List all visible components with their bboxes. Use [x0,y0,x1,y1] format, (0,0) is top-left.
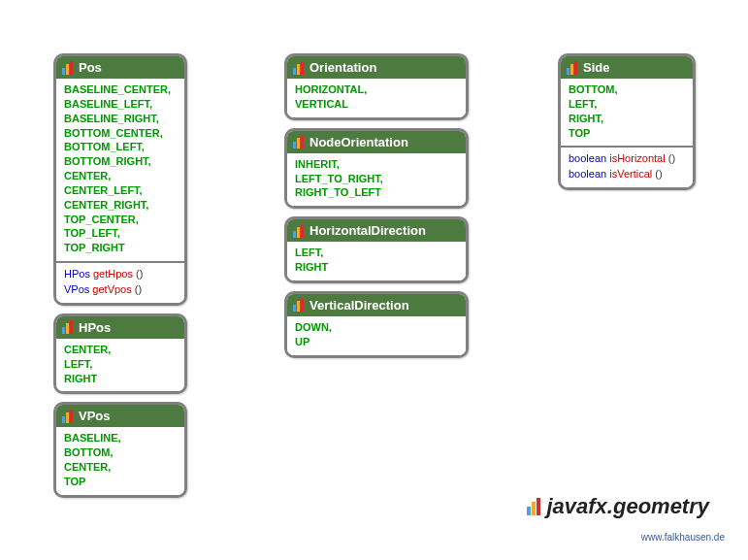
bars-icon [293,61,304,75]
method-parens: () [132,283,142,295]
enum-values: INHERIT,LEFT_TO_RIGHT,RIGHT_TO_LEFT [287,153,466,207]
enum-value: CENTER_RIGHT, [64,198,177,213]
enum-value: LEFT, [64,357,177,372]
enum-value: LEFT_TO_RIGHT, [295,172,458,186]
class-box: OrientationHORIZONTAL,VERTICAL [284,53,469,120]
enum-value: BASELINE_RIGHT, [64,112,177,126]
enum-values: BOTTOM,LEFT,RIGHT,TOP [561,79,693,146]
enum-value: BASELINE_LEFT, [64,97,177,112]
enum-value: BOTTOM, [569,82,685,97]
class-name: HorizontalDirection [309,223,426,238]
enum-value: RIGHT [64,372,177,386]
column-3: SideBOTTOM,LEFT,RIGHT,TOPboolean isHoriz… [558,53,696,190]
class-box: HorizontalDirectionLEFT,RIGHT [284,216,469,283]
class-box: HPosCENTER,LEFT,RIGHT [53,313,187,395]
column-1: PosBASELINE_CENTER,BASELINE_LEFT,BASELIN… [53,53,187,498]
enum-value: DOWN, [295,320,458,335]
method: boolean isVertical () [569,167,685,181]
enum-values: LEFT,RIGHT [287,242,466,280]
class-name: Side [583,60,609,75]
enum-value: BASELINE_CENTER, [64,82,177,97]
class-box: SideBOTTOM,LEFT,RIGHT,TOPboolean isHoriz… [558,53,696,190]
class-name: Orientation [309,60,376,75]
enum-value: INHERIT, [295,157,458,172]
enum-value: RIGHT, [569,112,685,126]
bars-icon [62,410,73,423]
method-parens: () [133,268,143,280]
enum-value: TOP_CENTER, [64,213,177,227]
method-name: isHorizontal [609,152,665,164]
package-label: javafx.geometry [527,494,709,519]
bars-icon [527,498,540,515]
enum-value: BOTTOM_CENTER, [64,126,177,141]
enum-value: LEFT, [569,97,685,112]
class-header: HorizontalDirection [287,219,466,242]
enum-value: TOP_RIGHT [64,241,177,255]
enum-value: BOTTOM, [64,445,177,460]
package-name: javafx.geometry [546,494,709,519]
class-header: VPos [56,405,184,427]
method-parens: () [652,168,662,180]
enum-value: TOP [64,475,177,489]
class-header: Side [561,56,693,79]
bars-icon [62,61,73,75]
class-header: NodeOrientation [287,131,466,153]
class-name: VerticalDirection [309,298,409,313]
class-header: Orientation [287,56,466,79]
method: HPos getHpos () [64,267,177,281]
enum-value: HORIZONTAL, [295,82,458,97]
bars-icon [293,224,304,238]
return-type: VPos [64,283,89,295]
class-box: VPosBASELINE,BOTTOM,CENTER,TOP [53,402,187,497]
methods: HPos getHpos ()VPos getVpos () [56,261,184,303]
method-parens: () [666,152,675,164]
enum-value: RIGHT_TO_LEFT [295,185,458,200]
class-header: Pos [56,56,184,79]
enum-value: CENTER, [64,343,177,357]
class-name: NodeOrientation [309,135,408,149]
bars-icon [567,61,577,75]
return-type: HPos [64,268,90,280]
enum-value: TOP [569,126,685,141]
enum-value: VERTICAL [295,97,458,112]
methods: boolean isHorizontal ()boolean isVertica… [561,146,693,187]
bars-icon [293,298,304,312]
bars-icon [293,135,304,148]
class-box: VerticalDirectionDOWN,UP [284,291,469,358]
class-header: HPos [56,316,184,339]
enum-values: CENTER,LEFT,RIGHT [56,339,184,392]
class-name: VPos [79,409,111,423]
class-name: Pos [79,60,102,75]
enum-values: DOWN,UP [287,316,466,355]
method-name: getVpos [92,283,131,295]
enum-value: LEFT, [295,246,458,260]
class-box: PosBASELINE_CENTER,BASELINE_LEFT,BASELIN… [53,53,187,306]
class-header: VerticalDirection [287,294,466,316]
enum-values: BASELINE_CENTER,BASELINE_LEFT,BASELINE_R… [56,79,184,261]
enum-value: CENTER, [64,169,177,183]
enum-value: CENTER, [64,460,177,475]
method-name: getHpos [93,268,133,280]
enum-value: BOTTOM_LEFT, [64,140,177,154]
enum-value: CENTER_LEFT, [64,183,177,198]
enum-value: BOTTOM_RIGHT, [64,154,177,169]
class-box: NodeOrientationINHERIT,LEFT_TO_RIGHT,RIG… [284,128,469,210]
enum-value: TOP_LEFT, [64,226,177,241]
watermark: www.falkhausen.de [641,532,725,543]
bars-icon [62,320,73,334]
class-name: HPos [79,320,111,335]
return-type: boolean [569,168,606,180]
method-name: isVertical [609,168,652,180]
enum-values: HORIZONTAL,VERTICAL [287,79,466,117]
method: VPos getVpos () [64,282,177,297]
column-2: OrientationHORIZONTAL,VERTICALNodeOrient… [284,53,469,358]
method: boolean isHorizontal () [569,151,685,166]
enum-value: BASELINE, [64,431,177,445]
enum-value: RIGHT [295,260,458,275]
return-type: boolean [569,152,606,164]
enum-value: UP [295,335,458,349]
enum-values: BASELINE,BOTTOM,CENTER,TOP [56,427,184,494]
